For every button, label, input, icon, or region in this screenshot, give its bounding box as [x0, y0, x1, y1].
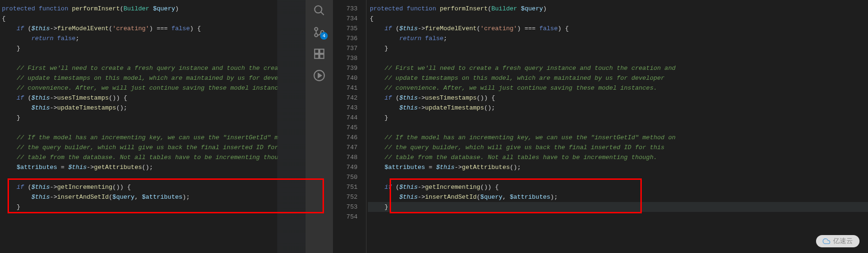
line-number: 752 [333, 192, 357, 202]
line-number: 753 [333, 202, 357, 212]
line-number: 739 [333, 63, 357, 73]
code-line[interactable] [368, 123, 868, 133]
line-number: 741 [333, 83, 357, 93]
code-line[interactable]: // If the model has an incrementing key,… [0, 133, 306, 143]
code-line[interactable]: // convenience. After, we will just cont… [0, 83, 306, 93]
line-number: 748 [333, 152, 357, 162]
line-number: 744 [333, 113, 357, 123]
line-number: 736 [333, 34, 357, 43]
code-line[interactable]: { [368, 14, 868, 24]
code-line[interactable]: if ($this->usesTimestamps()) { [0, 93, 306, 103]
code-line[interactable] [0, 172, 306, 182]
code-line[interactable]: if ($this->fireModelEvent('creating') ==… [368, 24, 868, 34]
diff-editor: protected function performInsert(Builder… [0, 0, 868, 253]
line-number: 734 [333, 14, 357, 24]
svg-rect-7 [315, 54, 319, 59]
code-line[interactable]: } [368, 202, 868, 212]
code-line[interactable]: // update timestamps on this model, whic… [368, 73, 868, 83]
code-line[interactable]: if ($this->fireModelEvent('creating') ==… [0, 24, 306, 34]
line-number: 747 [333, 143, 357, 152]
line-number: 735 [333, 24, 357, 34]
search-icon[interactable] [313, 4, 326, 17]
code-line[interactable]: return false; [0, 34, 306, 43]
line-number: 745 [333, 123, 357, 133]
code-line[interactable]: // table from the database. Not all tabl… [0, 152, 306, 162]
svg-rect-6 [320, 49, 324, 53]
code-line[interactable]: // the query builder, which will give us… [368, 143, 868, 152]
line-number: 749 [333, 162, 357, 172]
watermark-text: 亿速云 [833, 237, 853, 245]
code-line[interactable] [368, 212, 868, 222]
minimap-content [277, 0, 306, 253]
run-icon[interactable] [313, 69, 326, 82]
code-line[interactable]: } [368, 43, 868, 53]
line-number: 733 [333, 4, 357, 14]
code-line[interactable] [368, 53, 868, 63]
activity-bar: 4 [306, 0, 333, 253]
code-line[interactable]: protected function performInsert(Builder… [0, 4, 306, 14]
code-line[interactable]: $attributes = $this->getAttributes(); [0, 162, 306, 172]
code-line[interactable]: } [0, 43, 306, 53]
line-number: 738 [333, 53, 357, 63]
code-line[interactable]: } [0, 202, 306, 212]
code-line[interactable]: if ($this->getIncrementing()) { [368, 182, 868, 192]
code-line[interactable]: { [0, 14, 306, 24]
code-line[interactable]: if ($this->usesTimestamps()) { [368, 93, 868, 103]
code-line[interactable]: // update timestamps on this model, whic… [0, 73, 306, 83]
code-line[interactable]: // First we'll need to create a fresh qu… [0, 63, 306, 73]
code-line[interactable]: protected function performInsert(Builder… [368, 4, 868, 14]
line-number: 743 [333, 103, 357, 113]
code-line[interactable]: $this->insertAndSetId($query, $attribute… [0, 192, 306, 202]
code-line[interactable]: $attributes = $this->getAttributes(); [368, 162, 868, 172]
svg-point-2 [315, 27, 318, 31]
code-line[interactable]: // convenience. After, we will just cont… [368, 83, 868, 93]
code-line[interactable] [0, 123, 306, 133]
right-code-area[interactable]: protected function performInsert(Builder… [368, 0, 868, 222]
svg-point-3 [315, 34, 318, 37]
svg-point-0 [315, 6, 322, 13]
code-line[interactable]: // table from the database. Not all tabl… [368, 152, 868, 162]
line-number: 740 [333, 73, 357, 83]
source-control-icon[interactable]: 4 [313, 25, 326, 39]
code-line[interactable] [0, 53, 306, 63]
code-line[interactable] [368, 172, 868, 182]
line-number: 754 [333, 212, 357, 222]
minimap-left[interactable] [277, 0, 306, 253]
scm-badge: 4 [320, 32, 328, 40]
watermark: 亿速云 [816, 235, 859, 247]
code-line[interactable]: $this->updateTimestamps(); [368, 103, 868, 113]
watermark-logo-icon [823, 237, 830, 245]
code-line[interactable]: // First we'll need to create a fresh qu… [368, 63, 868, 73]
svg-rect-8 [320, 54, 324, 59]
svg-line-1 [321, 12, 324, 15]
left-editor-pane[interactable]: protected function performInsert(Builder… [0, 0, 306, 253]
line-number: 751 [333, 182, 357, 192]
code-line[interactable]: return false; [368, 34, 868, 43]
code-line[interactable]: if ($this->getIncrementing()) { [0, 182, 306, 192]
code-line[interactable]: // the query builder, which will give us… [0, 143, 306, 152]
code-line[interactable]: } [0, 113, 306, 123]
extensions-icon[interactable] [313, 47, 326, 60]
code-line[interactable]: $this->updateTimestamps(); [0, 103, 306, 113]
line-number: 737 [333, 43, 357, 53]
left-code-area[interactable]: protected function performInsert(Builder… [0, 0, 306, 222]
code-line[interactable] [0, 212, 306, 222]
svg-rect-5 [315, 49, 319, 53]
right-editor-pane[interactable]: protected function performInsert(Builder… [368, 0, 868, 253]
line-number: 742 [333, 93, 357, 103]
code-line[interactable]: // If the model has an incrementing key,… [368, 133, 868, 143]
line-number: 746 [333, 133, 357, 143]
svg-marker-10 [318, 74, 322, 78]
line-number-gutter: 7337347357367377387397407417427437447457… [333, 0, 366, 253]
line-number: 750 [333, 172, 357, 182]
code-line[interactable]: } [368, 113, 868, 123]
code-line[interactable]: $this->insertAndSetId($query, $attribute… [368, 192, 868, 202]
